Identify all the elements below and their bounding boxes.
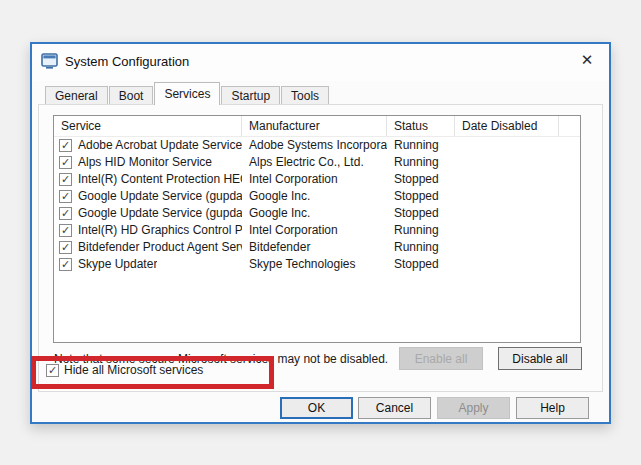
service-status: Running: [387, 239, 455, 256]
table-row[interactable]: ✓Alps HID Monitor Service Alps Electric …: [54, 154, 580, 171]
service-status: Stopped: [387, 171, 455, 188]
service-manufacturer: Skype Technologies: [242, 256, 387, 273]
service-manufacturer: Google Inc.: [242, 188, 387, 205]
system-configuration-window: System Configuration ✕ General Boot Serv…: [30, 42, 611, 424]
service-checkbox[interactable]: ✓: [59, 156, 72, 169]
title-bar: System Configuration ✕: [32, 44, 609, 81]
service-date-disabled: [455, 205, 559, 222]
disable-all-button[interactable]: Disable all: [498, 347, 582, 370]
service-checkbox[interactable]: ✓: [59, 173, 72, 186]
table-row[interactable]: ✓Skype Updater Skype Technologies Stoppe…: [54, 256, 580, 273]
service-name: Google Update Service (gupdatem): [78, 205, 242, 222]
service-name: Alps HID Monitor Service: [78, 154, 212, 171]
column-header-manufacturer[interactable]: Manufacturer: [242, 116, 387, 136]
checkmark-icon: ✓: [61, 156, 70, 168]
system-configuration-icon: [41, 53, 58, 70]
table-row[interactable]: ✓Google Update Service (gupdate) Google …: [54, 188, 580, 205]
service-status: Running: [387, 154, 455, 171]
checkmark-icon: ✓: [61, 190, 70, 202]
service-manufacturer: Google Inc.: [242, 205, 387, 222]
column-header-status[interactable]: Status: [387, 116, 455, 136]
apply-button: Apply: [437, 397, 510, 419]
checkmark-icon: ✓: [61, 173, 70, 185]
tab-tools[interactable]: Tools: [281, 86, 329, 105]
tab-services[interactable]: Services: [154, 82, 220, 105]
service-status: Running: [387, 137, 455, 154]
column-header-filler: [559, 116, 580, 136]
service-date-disabled: [455, 256, 559, 273]
service-status: Stopped: [387, 188, 455, 205]
column-header-date-disabled[interactable]: Date Disabled: [455, 116, 559, 136]
service-name: Intel(R) Content Protection HEC...: [78, 171, 242, 188]
window-title: System Configuration: [65, 44, 189, 80]
close-icon[interactable]: ✕: [565, 44, 609, 78]
service-status: Stopped: [387, 205, 455, 222]
table-row[interactable]: ✓Intel(R) Content Protection HEC... Inte…: [54, 171, 580, 188]
service-checkbox[interactable]: ✓: [59, 207, 72, 220]
enable-all-button: Enable all: [399, 347, 483, 370]
service-name: Intel(R) HD Graphics Control Pa...: [78, 222, 242, 239]
ok-button[interactable]: OK: [280, 397, 353, 419]
service-checkbox[interactable]: ✓: [59, 190, 72, 203]
service-name: Bitdefender Product Agent Service: [78, 239, 242, 256]
checkbox[interactable]: ✓: [46, 364, 59, 377]
service-date-disabled: [455, 188, 559, 205]
service-checkbox[interactable]: ✓: [59, 224, 72, 237]
service-date-disabled: [455, 171, 559, 188]
tab-strip: General Boot Services Startup Tools: [45, 84, 330, 105]
service-manufacturer: Intel Corporation: [242, 222, 387, 239]
tab-startup[interactable]: Startup: [221, 86, 280, 105]
services-table: Service Manufacturer Status Date Disable…: [53, 115, 581, 343]
service-checkbox[interactable]: ✓: [59, 258, 72, 271]
checkmark-icon: ✓: [61, 241, 70, 253]
service-date-disabled: [455, 137, 559, 154]
checkmark-icon: ✓: [48, 364, 57, 376]
table-row[interactable]: ✓Bitdefender Product Agent Service Bitde…: [54, 239, 580, 256]
hide-microsoft-services-checkbox[interactable]: ✓ Hide all Microsoft services: [46, 363, 203, 377]
service-manufacturer: Adobe Systems Incorporated: [242, 137, 387, 154]
service-manufacturer: Bitdefender: [242, 239, 387, 256]
service-checkbox[interactable]: ✓: [59, 241, 72, 254]
service-name: Skype Updater: [78, 256, 157, 273]
tab-general[interactable]: General: [45, 86, 108, 105]
checkmark-icon: ✓: [61, 224, 70, 236]
service-date-disabled: [455, 222, 559, 239]
checkmark-icon: ✓: [61, 258, 70, 270]
service-name: Google Update Service (gupdate): [78, 188, 242, 205]
service-manufacturer: Alps Electric Co., Ltd.: [242, 154, 387, 171]
checkmark-icon: ✓: [61, 139, 70, 151]
service-checkbox[interactable]: ✓: [59, 139, 72, 152]
service-status: Running: [387, 222, 455, 239]
column-header-service[interactable]: Service: [54, 116, 242, 136]
hide-microsoft-services-label: Hide all Microsoft services: [64, 363, 203, 377]
cancel-button[interactable]: Cancel: [358, 397, 431, 419]
service-name: Adobe Acrobat Update Service: [78, 137, 242, 154]
service-manufacturer: Intel Corporation: [242, 171, 387, 188]
table-row[interactable]: ✓Google Update Service (gupdatem) Google…: [54, 205, 580, 222]
help-button[interactable]: Help: [516, 397, 589, 419]
service-date-disabled: [455, 239, 559, 256]
table-row[interactable]: ✓Adobe Acrobat Update Service Adobe Syst…: [54, 137, 580, 154]
services-tab-page: Service Manufacturer Status Date Disable…: [38, 104, 603, 392]
table-row[interactable]: ✓Intel(R) HD Graphics Control Pa... Inte…: [54, 222, 580, 239]
service-date-disabled: [455, 154, 559, 171]
checkmark-icon: ✓: [61, 207, 70, 219]
table-header: Service Manufacturer Status Date Disable…: [54, 116, 580, 137]
service-status: Stopped: [387, 256, 455, 273]
tab-boot[interactable]: Boot: [109, 86, 154, 105]
